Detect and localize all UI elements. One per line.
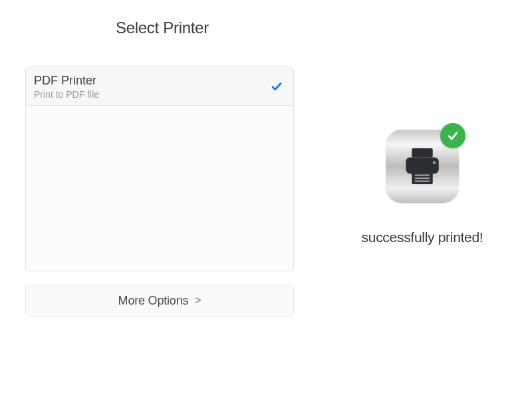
checkmark-icon — [271, 80, 283, 92]
printer-list: PDF Printer Print to PDF file — [25, 66, 294, 271]
success-check-icon — [440, 123, 466, 148]
success-message: successfully printed! — [339, 229, 505, 245]
success-panel: successfully printed! — [339, 130, 505, 245]
more-options-label: More Options — [118, 294, 189, 308]
printer-description: Print to PDF file — [34, 89, 99, 100]
page-title: Select Printer — [116, 19, 209, 37]
svg-rect-0 — [412, 148, 433, 158]
printer-list-item[interactable]: PDF Printer Print to PDF file — [26, 67, 293, 106]
printer-name: PDF Printer — [34, 74, 99, 88]
printer-icon — [398, 142, 446, 190]
svg-rect-6 — [415, 180, 430, 182]
chevron-right-icon: > — [195, 295, 201, 307]
more-options-button[interactable]: More Options > — [25, 285, 294, 317]
printer-app-icon — [386, 130, 459, 203]
svg-rect-5 — [415, 178, 430, 179]
svg-point-2 — [433, 161, 436, 164]
svg-rect-4 — [415, 174, 430, 176]
printer-item-text: PDF Printer Print to PDF file — [34, 74, 99, 100]
